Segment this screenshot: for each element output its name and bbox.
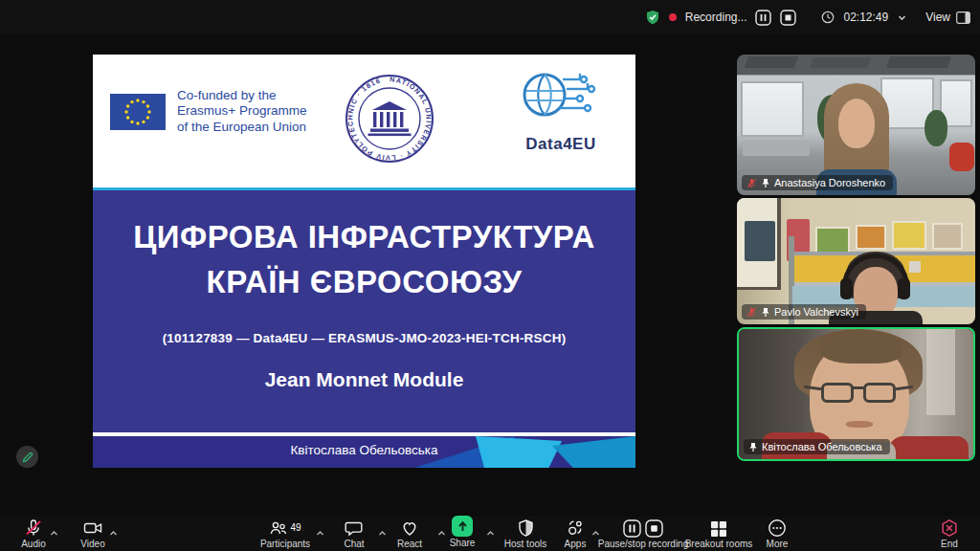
module-name: Jean Monnet Module (93, 368, 635, 391)
stop-recording-button[interactable] (780, 10, 796, 26)
clock-icon (821, 11, 835, 24)
lviv-polytechnic-seal-icon: NATIONAL UNIVERSITY · LVIV POLYTECHNIC ·… (344, 73, 435, 165)
video-tile-kvitoslava[interactable]: Квітослава Обельовська (737, 327, 975, 461)
slide-logo-row: Co-funded by the Erasmus+ Programme of t… (93, 55, 635, 187)
mic-muted-icon (24, 518, 43, 538)
apps-icon (566, 518, 585, 538)
stop-icon (645, 519, 663, 538)
chat-button[interactable]: Chat (333, 518, 375, 549)
chat-menu-chevron[interactable] (378, 525, 387, 540)
meeting-timer: 02:12:49 (843, 11, 888, 24)
share-menu-chevron[interactable] (486, 525, 495, 540)
shared-screen-stage: Co-funded by the Erasmus+ Programme of t… (0, 34, 980, 517)
participants-count: 49 (290, 522, 301, 533)
participant-name: Anastasiya Doroshenko (774, 177, 885, 188)
audio-button[interactable]: Audio (12, 518, 55, 549)
pin-icon (761, 307, 770, 318)
participant-video-strip: Anastasiya Doroshenko (737, 55, 975, 461)
zoom-meeting-window: Recording... 02:12:49 View (0, 0, 980, 551)
participants-icon (269, 518, 288, 538)
end-meeting-button[interactable]: End (928, 518, 970, 549)
mic-muted-icon (746, 307, 757, 318)
video-button[interactable]: Video (72, 518, 114, 549)
eu-funding-block: Co-funded by the Erasmus+ Programme of t… (110, 88, 306, 135)
participant-name: Pavlo Valchevskyi (774, 306, 858, 318)
nametag: Квітослава Обельовська (744, 439, 890, 454)
camera-icon (83, 518, 103, 538)
pause-icon (623, 519, 641, 538)
slide-footer: Квітослава Обельовська (93, 436, 635, 468)
nametag: Anastasiya Doroshenko (742, 175, 893, 190)
project-code: (101127839 — Data4EU — ERASMUS-JMO-2023-… (93, 331, 635, 345)
host-tools-button[interactable]: Host tools (498, 518, 553, 549)
pin-icon (761, 178, 770, 188)
shield-icon (517, 518, 535, 538)
nametag: Pavlo Valchevskyi (742, 304, 866, 320)
office-scene (737, 55, 975, 195)
annotate-pencil-button[interactable] (16, 446, 38, 468)
security-shield-icon (645, 10, 660, 25)
video-tile-pavlo[interactable]: Pavlo Valchevskyi (737, 198, 975, 324)
glasses-icon (821, 383, 854, 403)
pause-recording-button[interactable] (755, 10, 771, 26)
chat-bubble-icon (345, 518, 364, 538)
view-layout-icon (956, 11, 970, 24)
pin-icon (748, 442, 758, 452)
mic-muted-icon (746, 178, 757, 188)
heart-icon (400, 518, 419, 538)
eu-flag-icon (110, 94, 166, 130)
top-bar: Recording... 02:12:49 View (0, 0, 980, 34)
eu-funding-text: Co-funded by the Erasmus+ Programme of t… (177, 88, 306, 135)
breakout-grid-icon (710, 518, 727, 538)
data4eu-globe-icon (519, 66, 603, 129)
glasses-icon (863, 383, 896, 403)
share-screen-icon (452, 516, 473, 537)
audio-menu-chevron[interactable] (50, 525, 58, 540)
pencil-icon (22, 452, 33, 463)
slide-title: ЦИФРОВА ІНФРАСТРУКТУРА КРАЇН ЄВРОСОЮЗУ (93, 190, 635, 305)
react-button[interactable]: React (388, 518, 432, 549)
person-face (838, 99, 875, 148)
breakout-rooms-button[interactable]: Breakout rooms (679, 518, 759, 549)
data4eu-wordmark: Data4EU (515, 135, 607, 154)
participants-button[interactable]: 49 Participants (249, 518, 322, 549)
video-menu-chevron[interactable] (109, 525, 118, 540)
more-ellipsis-icon (768, 518, 787, 538)
timer-chevron-down-icon[interactable] (897, 12, 907, 23)
slide-title-block: ЦИФРОВА ІНФРАСТРУКТУРА КРАЇН ЄВРОСОЮЗУ (… (93, 190, 635, 432)
data4eu-logo: Data4EU (515, 66, 607, 154)
shared-slide: Co-funded by the Erasmus+ Programme of t… (93, 55, 635, 468)
meeting-toolbar: Audio Video 49 Participants (0, 517, 980, 551)
end-call-icon (940, 518, 959, 538)
participant-name: Квітослава Обельовська (762, 441, 882, 452)
video-tile-anastasiya[interactable]: Anastasiya Doroshenko (737, 55, 975, 195)
view-button[interactable]: View (925, 11, 950, 24)
slide-author: Квітослава Обельовська (93, 443, 635, 457)
more-button[interactable]: More (756, 518, 798, 549)
share-button[interactable]: Share (440, 518, 484, 548)
recording-dot-icon (669, 13, 677, 21)
recording-status: Recording... (685, 11, 747, 24)
participants-menu-chevron[interactable] (316, 525, 324, 540)
person-shoulders (888, 436, 969, 461)
